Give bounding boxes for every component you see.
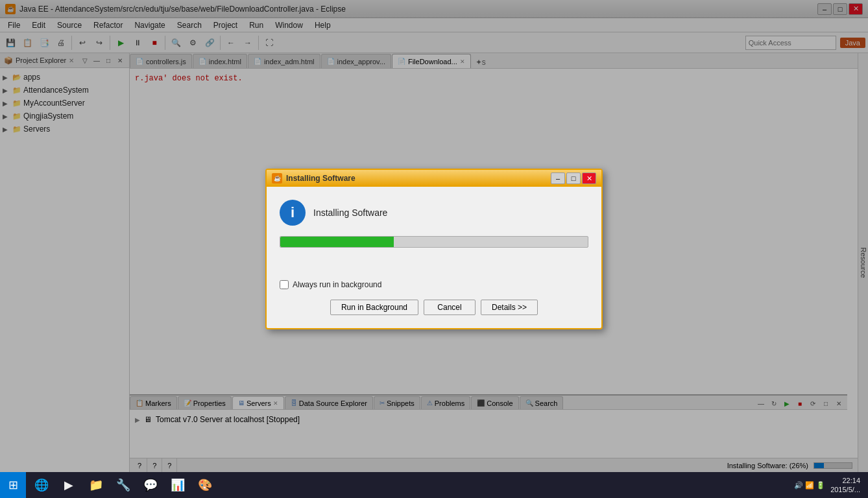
start-button[interactable]: ⊞: [0, 472, 26, 498]
progress-bar-fill: [280, 237, 394, 247]
details-button[interactable]: Details >>: [481, 300, 538, 315]
always-run-background-checkbox[interactable]: [280, 280, 289, 289]
dialog-app-icon: ☕: [272, 173, 282, 184]
installing-software-dialog: ☕ Installing Software – □ ✕ i Installing…: [265, 169, 603, 329]
taskbar-powerpoint[interactable]: 📊: [165, 473, 191, 497]
taskbar-files[interactable]: 📁: [83, 473, 109, 497]
always-run-background-label[interactable]: Always run in background: [293, 280, 381, 289]
dialog-main-title: Installing Software: [313, 208, 387, 218]
info-icon-text: i: [291, 204, 295, 221]
dialog-title-text: Installing Software: [286, 174, 356, 183]
dialog-header-row: i Installing Software: [280, 200, 588, 226]
run-in-background-button[interactable]: Run in Background: [330, 300, 418, 315]
taskbar: ⊞ 🌐 ▶ 📁 🔧 💬 📊 🎨 🔊 📶 🔋 22:14 2015/5/...: [0, 472, 868, 498]
dialog-body: i Installing Software Always run in back…: [267, 187, 601, 328]
taskbar-time-value: 22:14: [830, 476, 860, 485]
dialog-close-btn[interactable]: ✕: [582, 172, 596, 184]
taskbar-media[interactable]: ▶: [56, 473, 82, 497]
dialog-minimize-btn[interactable]: –: [551, 172, 565, 184]
dialog-title-bar: ☕ Installing Software – □ ✕: [267, 170, 601, 187]
dialog-buttons-row: Run in Background Cancel Details >>: [280, 300, 588, 315]
taskbar-paint[interactable]: 🎨: [192, 473, 218, 497]
dialog-title-left: ☕ Installing Software: [272, 173, 356, 184]
cancel-button[interactable]: Cancel: [424, 300, 476, 315]
taskbar-messages[interactable]: 💬: [138, 473, 163, 497]
always-run-background-row: Always run in background: [280, 280, 588, 289]
taskbar-right: 🔊 📶 🔋 22:14 2015/5/...: [786, 476, 868, 495]
taskbar-tool1[interactable]: 🔧: [110, 473, 136, 497]
start-icon: ⊞: [8, 478, 18, 492]
taskbar-chrome[interactable]: 🌐: [29, 473, 54, 497]
taskbar-clock: 22:14 2015/5/...: [830, 476, 860, 495]
info-icon: i: [280, 200, 306, 226]
dialog-window-controls[interactable]: – □ ✕: [551, 172, 596, 184]
progress-bar-container: [280, 236, 588, 248]
system-tray-icons: 🔊 📶 🔋: [794, 481, 825, 490]
dialog-spacer: [280, 261, 588, 280]
modal-overlay: ☕ Installing Software – □ ✕ i Installing…: [0, 0, 868, 498]
taskbar-items: 🌐 ▶ 📁 🔧 💬 📊 🎨: [26, 473, 786, 497]
taskbar-date-value: 2015/5/...: [830, 485, 860, 494]
dialog-maximize-btn[interactable]: □: [566, 172, 581, 184]
